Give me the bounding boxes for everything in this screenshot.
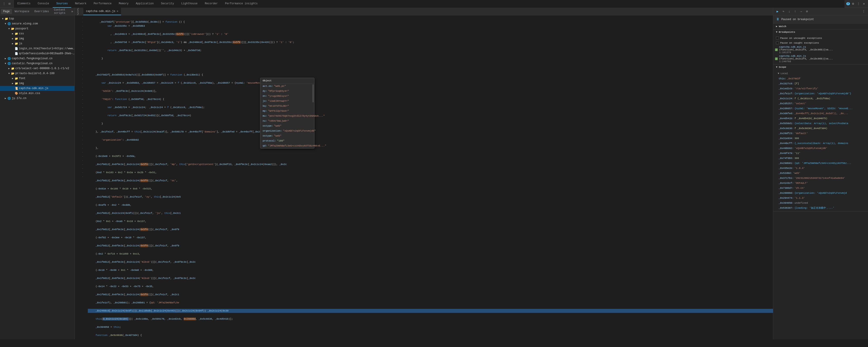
tab-memory[interactable]: Memory — [115, 0, 132, 8]
tree-castatic[interactable]: ▼ 🌐 castatic.fengkongcloud.cn — [0, 61, 74, 66]
breakpoints-header[interactable]: ▼ Breakpoints — [773, 29, 868, 35]
sidebar-tab-content-scripts[interactable]: Content scripts — [52, 8, 70, 15]
tree-img[interactable]: ▶ 📁 img — [0, 36, 74, 41]
tree-captcha1[interactable]: ▶ 🌐 captcha1.fengkongcloud.cn — [0, 56, 74, 61]
sidebar-tab-overrides[interactable]: Overrides — [32, 9, 51, 14]
code-line: 'TGQiS': function (_0x569f5d, _0x276cc4)… — [88, 97, 773, 101]
tree-jy17u[interactable]: ▶ 🌐 jy.17u.cn — [0, 96, 74, 101]
format-icon[interactable]: { } — [77, 9, 82, 14]
tab-performance[interactable]: Performance — [90, 0, 115, 8]
code-content[interactable]: _0x379d2f['prototype'][_0x3d50b3(_0x30c)… — [86, 15, 773, 339]
breakpoints-section: ▼ Breakpoints Pause on uncaught exceptio… — [773, 29, 868, 64]
right-panel-content: ⏸ Paused on breakpoint ▶ Watch ▼ Breakpo… — [773, 15, 868, 339]
bp-checkbox-2[interactable]: ✓ — [775, 58, 778, 60]
popup-row: dy:"RfprSoqb5y4=" — [260, 89, 314, 94]
scope-item: _0x74fdb5:300 — [773, 156, 868, 161]
tree-js[interactable]: ▶ 📁 js — [0, 41, 74, 46]
deactivate-button[interactable]: ⊘ — [804, 9, 809, 14]
popup-scrollbar[interactable] — [312, 84, 314, 102]
tree-arrow: ▶ — [11, 77, 14, 80]
breakpoints-body: Pause on uncaught exceptions Pause on ca… — [773, 35, 868, 64]
step-button[interactable]: → — [799, 9, 804, 14]
tree-crb[interactable]: ▶ 📁 crb/select-set-000008-1.0.1-r1/v2 — [0, 66, 74, 71]
tree-arrow: ▼ — [7, 27, 11, 31]
more-icon[interactable]: ⋮ — [856, 2, 861, 6]
sidebar-tab-page[interactable]: Page — [1, 9, 12, 14]
tree-passport[interactable]: ▼ 📂 passport — [0, 26, 74, 31]
tree-pr-auto-build[interactable]: ▼ 📂 pr/auto-build/v1.0.4-180 — [0, 71, 74, 76]
code-line: (-0x1be8 + 0x20f2 + -0x50a, — [88, 154, 773, 158]
pause-uncaught-option[interactable]: Pause on uncaught exceptions — [773, 36, 868, 40]
code-line-highlighted[interactable]: _0x2460cd[_0x2c1c24(0x9f1)](_0x119bdb[_0… — [88, 309, 773, 313]
sidebar-more-icon[interactable]: » — [71, 9, 73, 14]
tree-arrow: ▼ — [4, 62, 7, 65]
tab-application[interactable]: Application — [132, 0, 157, 8]
sidebar-tab-workspace[interactable]: Workspace — [12, 9, 32, 14]
step-into-button[interactable]: ↓ — [787, 9, 792, 14]
popup-title: Object — [260, 78, 314, 84]
tree-img2[interactable]: ▶ 📁 img — [0, 81, 74, 86]
tab-sources[interactable]: Sources — [53, 0, 71, 8]
tree-style-css[interactable]: 🎨 style.min.css — [0, 91, 74, 96]
scope-section: ▼ Scope ▼ Local this:_0x379d2f _0x1b27c8… — [773, 64, 868, 212]
tab-security[interactable]: Security — [157, 0, 178, 8]
pause-caught-checkbox[interactable] — [776, 41, 779, 44]
tree-login-html[interactable]: 📄 login_cn.html?nexturl=https://www.elon… — [0, 46, 74, 51]
scope-item: _0x31e834:300 — [773, 136, 868, 141]
code-line: var _0x2c1c24 = _0x3d50b3, _0x2d6657 = _… — [88, 81, 773, 85]
scope-local-header[interactable]: ▼ Local — [773, 71, 868, 76]
tree-secure-elong[interactable]: ▼ 🌐 secure.elong.com — [0, 21, 74, 26]
file-icon: 📄 — [14, 52, 18, 56]
scope-item: _0x49bb92:'xQsKB7v2qSFLFxnvmjd0' — [773, 146, 868, 151]
tab-network[interactable]: Network — [71, 0, 90, 8]
code-line: } — [88, 122, 773, 126]
code-line: _0x1f0d12[_0x2c1c24(0x9f1)])(_0x1fe1cf, … — [88, 211, 773, 215]
settings-icon[interactable]: ⚙ — [851, 2, 855, 6]
scope-item: _0x7306d7:'zh-cn' — [773, 185, 868, 190]
tab-lighthouse[interactable]: Lighthouse — [178, 0, 201, 8]
code-line: }, _0x1fe1cf, _0x44bcff = this[_0x2c1c24… — [88, 130, 773, 134]
scope-header[interactable]: ▼ Scope — [773, 64, 868, 70]
folder-icon: 📁 — [14, 37, 18, 40]
popup-row: ostype:"web" — [260, 133, 314, 138]
folder-icon: 📁 — [4, 17, 8, 21]
step-out-button[interactable]: ↑ — [793, 9, 798, 14]
watch-label: Watch — [779, 25, 786, 28]
more-debug-icon[interactable]: ⋮ — [861, 9, 866, 14]
tab-perf-insights[interactable]: Performance insights — [221, 0, 261, 8]
step-over-button[interactable]: ↷ — [781, 9, 786, 14]
tree-arrow: ▶ — [4, 97, 7, 100]
dock-icon[interactable]: ⊟ — [7, 2, 12, 6]
pause-uncaught-checkbox[interactable] — [776, 37, 779, 40]
scope-label: Scope — [779, 66, 786, 69]
tree-arrow: ▶ — [11, 37, 14, 40]
tree-font[interactable]: ▶ 📁 font — [0, 76, 74, 81]
file-tab-captcha-sdk[interactable]: captcha-sdk.min.js ✕ — [83, 8, 121, 15]
debug-toolbar: ▶ ↷ ↓ ↑ → ⊘ ⋮ — [773, 8, 868, 15]
file-tab-close[interactable]: ✕ — [117, 9, 118, 13]
tab-recorder[interactable]: Recorder — [201, 0, 221, 8]
code-line: (-0x81e + 0x166 * 0x10 + 0x6 * -0x515, — [88, 187, 773, 191]
watch-header[interactable]: ▶ Watch — [773, 24, 868, 29]
tree-arrow: ▶ — [4, 57, 7, 60]
tree-captcha-sdk[interactable]: 📜 captcha-sdk.min.js — [0, 86, 74, 91]
pause-caught-option[interactable]: Pause on caught exceptions — [773, 40, 868, 45]
scope-item: _0x2d5257:'select' — [773, 101, 868, 106]
devtools-menu-icon[interactable]: ⋮ — [2, 2, 6, 6]
line-numbers: ----- ----- ----- ----- ----- ----- ----… — [75, 15, 86, 339]
scope-item: _0x2c1c24:f (_0x101cc6, _0x31f68a) — [773, 96, 868, 101]
code-line: _0x1f0d12[_0x6f9c3c[_0x2c1c24(0x5f0)]](_… — [88, 162, 773, 166]
bp-checkbox-1[interactable]: ✓ — [775, 48, 778, 51]
folder-icon: 📁 — [14, 32, 18, 35]
tab-console[interactable]: Console — [34, 0, 53, 8]
resume-button[interactable]: ▶ — [775, 9, 780, 14]
close-icon[interactable]: ✕ — [862, 2, 866, 6]
tree-css[interactable]: ▶ 📁 css — [0, 31, 74, 36]
tree-top[interactable]: ▼ 📁 top — [0, 16, 74, 21]
tab-elements[interactable]: Elements — [14, 0, 34, 8]
scope-item: _0x536387:{loading: '如正在加载中，...' — [773, 206, 868, 210]
scope-item: _0x1fe1cf:{organization: 'xQsKB7v2qSFLFx… — [773, 91, 868, 96]
tree-arrow: ▼ — [7, 72, 11, 75]
tree-qrcode[interactable]: 📄 qrCode?sessionGuid=9819aa89-26eb-4906-… — [0, 51, 74, 56]
file-tab-label: captcha-sdk.min.js — [86, 10, 115, 13]
